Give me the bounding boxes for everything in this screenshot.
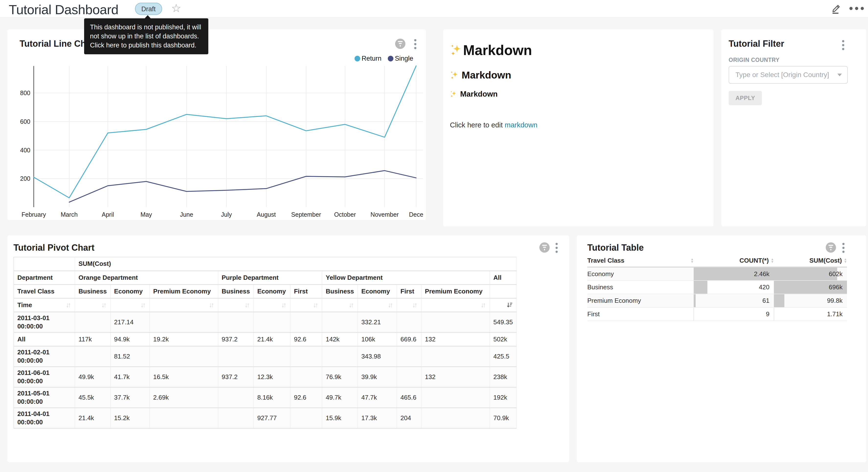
pivot-class-row: Travel ClassBusinessEconomyPremium Econo… [14, 285, 517, 298]
pivot-cell [75, 312, 111, 332]
pivot-class-header: Economy [111, 285, 150, 298]
pivot-sort-cell[interactable]: ↓↑ [322, 298, 358, 312]
pivot-cell: 117k [75, 332, 111, 346]
pivot-sort-cell[interactable]: ↓↑ [397, 298, 421, 312]
markdown-card: Markdown Markdown Markdown Click here to… [443, 29, 713, 227]
pivot-class-header: Business [322, 285, 358, 298]
sort-icon[interactable]: ↓↑ [101, 301, 107, 309]
pencil-icon [830, 2, 842, 14]
filter-indicator-icon[interactable] [539, 242, 550, 253]
pivot-cell [322, 346, 358, 366]
pivot-sort-cell[interactable]: ↓↑ [358, 298, 397, 312]
origin-country-select[interactable]: Type or Select [Origin Country] [728, 66, 848, 84]
pivot-cell: 70.9k [490, 408, 517, 428]
table-kebab-menu-icon[interactable] [841, 242, 845, 254]
svg-text:July: July [221, 211, 232, 218]
pivot-cell: 132 [421, 366, 490, 387]
markdown-edit-link[interactable]: markdown [505, 121, 537, 129]
markdown-body[interactable]: Markdown Markdown Markdown Click here to… [450, 42, 706, 129]
pivot-cell [150, 346, 218, 366]
pivot-cell: 937.2 [218, 366, 254, 387]
pivot-sort-cell[interactable]: ↓↑ [421, 298, 490, 312]
return-series-dot [354, 56, 360, 61]
pivot-cell: 332.21 [358, 312, 397, 332]
pivot-sort-cell[interactable]: ↓↑ [290, 298, 322, 312]
pivot-sort-cell[interactable]: ↓↑ [150, 298, 218, 312]
sort-icon[interactable]: ↓↑ [481, 301, 486, 309]
pivot-class-header: Economy [253, 285, 290, 298]
svg-text:September: September [291, 211, 321, 218]
svg-text:May: May [141, 211, 152, 218]
col-header-travel-class[interactable]: Travel Class▲▼ [587, 254, 694, 267]
pivot-cell [421, 408, 490, 428]
pivot-row-label: 2011-05-0100:00:00 [14, 387, 75, 408]
markdown-h3: Markdown [450, 90, 706, 98]
pivot-class-header [490, 285, 517, 298]
col-header-sum[interactable]: SUM(Cost)▲▼ [774, 254, 847, 267]
sort-icon[interactable]: ↓↑ [209, 301, 214, 309]
pivot-sort-cell[interactable]: ↓↑ [111, 298, 150, 312]
sort-icon[interactable]: ↓↑ [141, 301, 146, 309]
pivot-row-label: All [14, 332, 75, 346]
pivot-sort-cell[interactable]: ↓↑ [218, 298, 254, 312]
tooltip-line: This dashboard is not published, it will [90, 23, 203, 32]
legend-item-return[interactable]: Return [354, 55, 381, 62]
pivot-sort-cell[interactable]: ↓↑ [253, 298, 290, 312]
pivot-row-label: 2011-03-0100:00:00 [14, 312, 75, 332]
count-cell: 2.46k [694, 267, 774, 281]
svg-text:March: March [61, 211, 78, 218]
ellipsis-menu-icon[interactable] [849, 7, 864, 10]
pivot-department-header: Yellow Department [322, 271, 490, 285]
pivot-row-label: 2011-02-0100:00:00 [14, 346, 75, 366]
pivot-cell: 92.6 [290, 332, 322, 346]
chart-legend: Return Single [354, 55, 413, 62]
legend-label: Single [395, 55, 413, 62]
pivot-class-header: First [397, 285, 421, 298]
svg-text:February: February [22, 211, 46, 218]
publish-tooltip[interactable]: This dashboard is not published, it will… [84, 18, 208, 54]
sort-icon[interactable]: ↓↑ [245, 301, 250, 309]
count-cell: 420 [694, 281, 774, 294]
sort-icon[interactable]: ↓↑ [412, 301, 417, 309]
pivot-cell: 16.5k [150, 366, 218, 387]
pivot-cell [322, 312, 358, 332]
sort-icon[interactable]: ↓↑ [66, 301, 71, 309]
sort-icon[interactable]: ↓↑ [388, 301, 393, 309]
svg-text:August: August [257, 211, 276, 218]
apply-button[interactable]: APPLY [728, 91, 762, 105]
sort-icon[interactable]: ↓↑ [349, 301, 354, 309]
pivot-card-title: Tutorial Pivot Chart [13, 243, 94, 253]
pivot-cell: 19.2k [150, 332, 218, 346]
pivot-cell [421, 312, 490, 332]
pivot-sort-cell[interactable]: ↓↑ [75, 298, 111, 312]
pivot-cell [253, 346, 290, 366]
legend-item-single[interactable]: Single [388, 55, 413, 62]
status-badge[interactable]: Draft [135, 3, 162, 15]
app-header: Tutorial Dashboard Draft ☆ [0, 0, 868, 18]
pivot-cell [150, 408, 218, 428]
pivot-cell [290, 346, 322, 366]
filter-indicator-icon[interactable] [826, 242, 836, 253]
col-header-count[interactable]: COUNT(*)▲▼ [694, 254, 774, 267]
sort-icon[interactable]: ↓↑ [313, 301, 318, 309]
pivot-sort-cell-active[interactable] [490, 298, 517, 312]
pivot-row: 2011-03-0100:00:00217.14332.21549.35 [14, 312, 517, 332]
pivot-cell: 2.69k [150, 387, 218, 408]
sort-icon[interactable]: ↓↑ [281, 301, 286, 309]
edit-dashboard-button[interactable] [830, 2, 842, 14]
pivot-cell: 12.3k [253, 366, 290, 387]
pivot-kebab-menu-icon[interactable] [555, 242, 559, 254]
pivot-cell: 76.9k [322, 366, 358, 387]
favorite-star-icon[interactable]: ☆ [171, 1, 181, 15]
pivot-cell: 21.4k [253, 332, 290, 346]
line-chart-card: Tutorial Line Chart Return Single 200400… [7, 29, 426, 220]
pivot-department-header: Purple Department [218, 271, 322, 285]
pivot-cell: 465.6 [397, 387, 421, 408]
sort-caret-icon: ▲▼ [771, 258, 774, 263]
pivot-cell: 343.98 [358, 346, 397, 366]
tooltip-line: not show up in the list of dashboards. [90, 32, 203, 41]
pivot-cell [290, 312, 322, 332]
pivot-cell: 94.9k [111, 332, 150, 346]
pivot-row-label: 2011-06-0100:00:00 [14, 366, 75, 387]
filter-kebab-menu-icon[interactable] [841, 39, 845, 51]
